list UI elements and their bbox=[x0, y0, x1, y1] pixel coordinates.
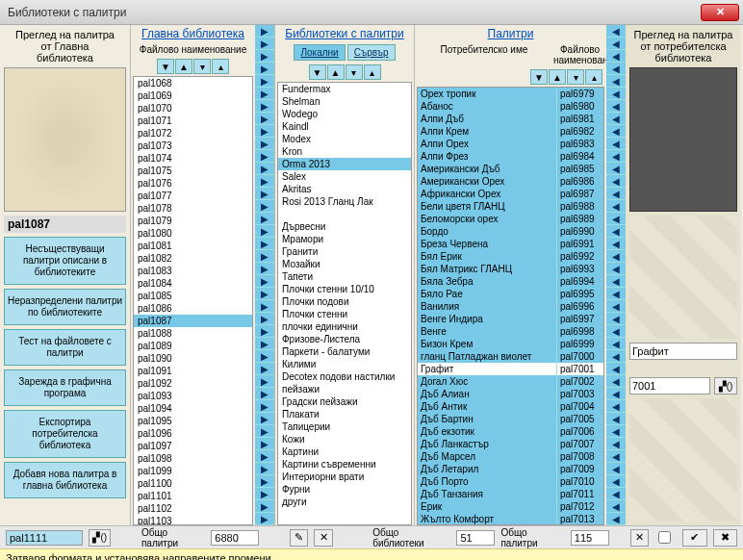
chevron-right-icon[interactable]: ▶ bbox=[255, 450, 274, 463]
list-item[interactable]: pal1090 bbox=[134, 352, 252, 365]
list-item[interactable]: pal7013 bbox=[557, 513, 603, 524]
chevron-right-icon[interactable]: ▶ bbox=[255, 213, 274, 225]
list-item[interactable]: Мозайки bbox=[278, 258, 411, 270]
list-item[interactable]: pal7008 bbox=[557, 450, 603, 463]
list-item[interactable]: Венге bbox=[418, 325, 556, 338]
chevron-right-icon[interactable]: ▶ bbox=[255, 125, 274, 138]
chevron-right-icon[interactable]: ◀ bbox=[606, 250, 626, 263]
list-item[interactable]: Дъб Алиан bbox=[418, 388, 556, 400]
sort-asc-icon[interactable]: ▼ bbox=[530, 69, 548, 85]
list-item[interactable]: Плочки стенни 10/10 bbox=[278, 283, 411, 295]
list-item[interactable]: Кожи bbox=[278, 433, 411, 445]
chevron-right-icon[interactable]: ◀ bbox=[606, 313, 626, 325]
list-item[interactable]: pal1092 bbox=[134, 377, 252, 390]
chevron-right-icon[interactable]: ◀ bbox=[606, 338, 626, 350]
chevron-right-icon[interactable]: ◀ bbox=[606, 100, 626, 113]
chevron-right-icon[interactable]: ◀ bbox=[606, 88, 626, 100]
chevron-right-icon[interactable]: ◀ bbox=[606, 375, 626, 388]
list-item[interactable]: Беломорски орех bbox=[418, 213, 556, 225]
list-item[interactable]: pal6982 bbox=[557, 125, 603, 138]
list-item[interactable]: Плакати bbox=[278, 408, 411, 420]
list-item[interactable]: Modex bbox=[278, 133, 411, 145]
chevron-right-icon[interactable]: ◀ bbox=[606, 38, 626, 50]
chevron-right-icon[interactable]: ▶ bbox=[255, 463, 274, 475]
chevron-right-icon[interactable]: ▶ bbox=[255, 325, 274, 338]
chevron-right-icon[interactable]: ▶ bbox=[255, 400, 274, 413]
list-item[interactable]: pal1072 bbox=[134, 127, 252, 140]
list-item[interactable]: pal6985 bbox=[557, 163, 603, 175]
main-library-list[interactable]: pal1068pal1069pal1070pal1071pal1072pal10… bbox=[133, 76, 253, 525]
hatch-button-2[interactable]: ▞() bbox=[89, 529, 111, 547]
expand-icon[interactable]: ▴ bbox=[364, 64, 381, 80]
list-item[interactable]: pal7010 bbox=[557, 475, 603, 488]
chevron-right-icon[interactable]: ◀ bbox=[606, 63, 626, 75]
chevron-right-icon[interactable]: ▶ bbox=[255, 113, 274, 125]
chevron-right-icon[interactable]: ▶ bbox=[255, 238, 274, 250]
list-item[interactable]: pal7003 bbox=[557, 388, 603, 400]
chevron-right-icon[interactable]: ◀ bbox=[606, 425, 626, 438]
list-item[interactable]: pal1093 bbox=[134, 390, 252, 402]
collapse-icon[interactable]: ▾ bbox=[193, 59, 211, 74]
list-item[interactable]: Бяло Рае bbox=[418, 288, 556, 300]
list-item[interactable]: pal1100 bbox=[134, 477, 252, 490]
list-item[interactable]: Фризове-Листела bbox=[278, 333, 411, 345]
delete-icon[interactable]: ✕ bbox=[314, 529, 333, 547]
chevron-right-icon[interactable]: ▶ bbox=[255, 175, 274, 188]
list-item[interactable]: Американски Дъб bbox=[418, 163, 556, 175]
list-item[interactable]: Дъб екзотик bbox=[418, 425, 556, 438]
chevron-right-icon[interactable]: ▶ bbox=[255, 25, 274, 38]
chevron-right-icon[interactable]: ◀ bbox=[606, 150, 626, 163]
list-item[interactable]: Wodego bbox=[278, 108, 411, 120]
list-item[interactable]: pal6980 bbox=[557, 100, 603, 113]
list-item[interactable]: pal1071 bbox=[134, 115, 252, 127]
chevron-right-icon[interactable]: ◀ bbox=[606, 25, 626, 38]
list-item[interactable]: pal7011 bbox=[557, 488, 603, 500]
list-item[interactable]: pal1080 bbox=[134, 227, 252, 240]
list-item[interactable]: едноцветни червени bbox=[278, 521, 411, 525]
expand-icon[interactable]: ▴ bbox=[585, 69, 602, 85]
chevron-right-icon[interactable]: ▶ bbox=[255, 88, 274, 100]
list-item[interactable]: Orma 2013 bbox=[278, 158, 411, 170]
list-item[interactable]: pal7000 bbox=[557, 350, 603, 363]
list-item[interactable]: pal6990 bbox=[557, 225, 603, 238]
chevron-right-icon[interactable]: ▶ bbox=[255, 313, 274, 325]
list-item[interactable]: pal6984 bbox=[557, 150, 603, 163]
chevron-right-icon[interactable]: ▶ bbox=[255, 513, 274, 525]
list-item[interactable]: pal6997 bbox=[557, 313, 603, 325]
palette-libraries-list[interactable]: FundermaxShelmanWodegoKaindlModexKronOrm… bbox=[277, 82, 412, 525]
chevron-right-icon[interactable]: ◀ bbox=[606, 350, 626, 363]
chevron-right-icon[interactable]: ◀ bbox=[606, 225, 626, 238]
list-item[interactable]: pal1101 bbox=[134, 490, 252, 502]
cancel-button[interactable]: ✖ bbox=[713, 529, 737, 547]
tab-server[interactable]: Сървър bbox=[347, 44, 396, 61]
list-item[interactable]: pal6979 bbox=[557, 88, 603, 100]
list-item[interactable]: pal1077 bbox=[134, 190, 252, 202]
list-item[interactable]: Абанос bbox=[418, 100, 556, 113]
list-item[interactable]: pal1073 bbox=[134, 140, 252, 152]
list-item[interactable]: Алпи Крем bbox=[418, 125, 556, 138]
chevron-right-icon[interactable]: ▶ bbox=[255, 488, 274, 500]
list-item[interactable]: pal1076 bbox=[134, 177, 252, 190]
chevron-right-icon[interactable]: ◀ bbox=[606, 75, 626, 88]
list-item[interactable]: плочки единични bbox=[278, 320, 411, 333]
chevron-right-icon[interactable]: ▶ bbox=[255, 188, 274, 200]
chevron-right-icon[interactable]: ▶ bbox=[255, 375, 274, 388]
chevron-right-icon[interactable]: ▶ bbox=[255, 425, 274, 438]
list-item[interactable]: pal1097 bbox=[134, 440, 252, 452]
chevron-right-icon[interactable]: ▶ bbox=[255, 200, 274, 213]
auto-checkbox[interactable] bbox=[658, 531, 671, 544]
list-item[interactable]: pal6998 bbox=[557, 325, 603, 338]
list-item[interactable]: Akritas bbox=[278, 183, 411, 195]
list-item[interactable]: pal6981 bbox=[557, 113, 603, 125]
list-item[interactable]: Картини съвременни bbox=[278, 458, 411, 471]
chevron-right-icon[interactable]: ◀ bbox=[606, 50, 626, 63]
list-item[interactable]: pal1096 bbox=[134, 427, 252, 440]
palette-libraries-header[interactable]: Библиотеки с палитри bbox=[285, 27, 403, 40]
list-item[interactable]: pal1081 bbox=[134, 240, 252, 252]
list-item[interactable]: Венге Индира bbox=[418, 313, 556, 325]
list-item[interactable]: Бяла Зебра bbox=[418, 275, 556, 288]
chevron-right-icon[interactable]: ▶ bbox=[255, 288, 274, 300]
list-item[interactable]: pal6995 bbox=[557, 288, 603, 300]
list-item[interactable]: Жълто Комфорт bbox=[418, 513, 556, 524]
user-name-input[interactable] bbox=[629, 343, 737, 360]
